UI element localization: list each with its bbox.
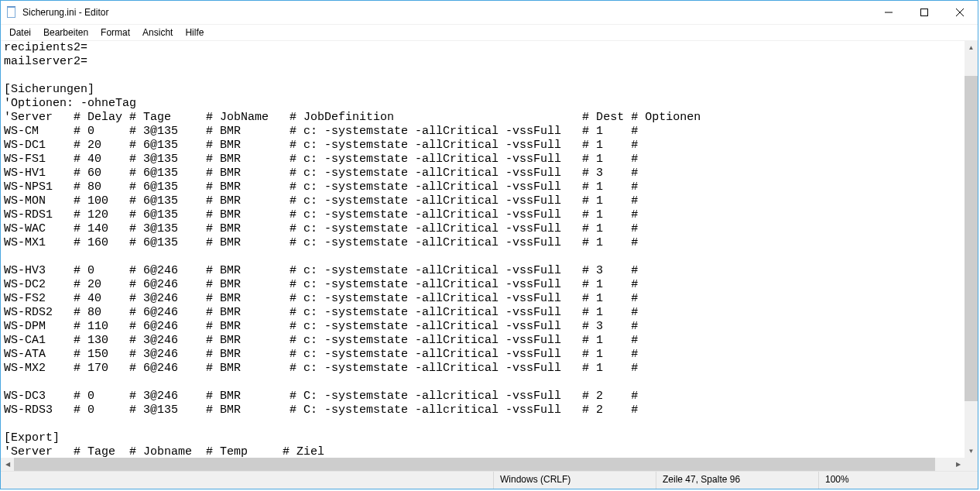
scroll-left-icon[interactable]: ◀ [1, 458, 14, 471]
editor-text[interactable]: recipients2= mailserver2= [Sicherungen] … [4, 41, 961, 458]
menu-ansicht[interactable]: Ansicht [137, 26, 178, 39]
scroll-down-icon[interactable]: ▼ [965, 445, 978, 458]
status-position: Zeile 47, Spalte 96 [656, 472, 818, 489]
status-spacer [1, 472, 493, 489]
horizontal-scrollbar[interactable]: ◀ ▶ [1, 458, 965, 471]
status-zoom: 100% [818, 472, 978, 489]
window-controls [871, 1, 978, 24]
close-button[interactable] [942, 1, 978, 24]
editor-area: recipients2= mailserver2= [Sicherungen] … [1, 41, 978, 471]
vertical-scroll-thumb[interactable] [965, 76, 978, 401]
vertical-scrollbar[interactable]: ▲ ▼ [965, 41, 978, 458]
scroll-right-icon[interactable]: ▶ [951, 458, 965, 471]
scroll-corner [965, 458, 978, 471]
window-title: Sicherung.ini - Editor [22, 7, 108, 18]
menu-bearbeiten[interactable]: Bearbeiten [38, 26, 94, 39]
maximize-button[interactable] [906, 1, 942, 24]
scroll-up-icon[interactable]: ▲ [965, 41, 978, 54]
app-window: Sicherung.ini - Editor Datei Bearbeiten … [0, 0, 978, 489]
menu-datei[interactable]: Datei [4, 26, 36, 39]
menu-hilfe[interactable]: Hilfe [180, 26, 209, 39]
svg-rect-1 [921, 9, 928, 16]
menu-bar: Datei Bearbeiten Format Ansicht Hilfe [1, 25, 978, 41]
minimize-button[interactable] [871, 1, 906, 24]
menu-format[interactable]: Format [95, 26, 135, 39]
horizontal-scroll-thumb[interactable] [14, 458, 935, 471]
title-bar: Sicherung.ini - Editor [1, 1, 978, 25]
notepad-icon [5, 6, 18, 19]
status-bar: Windows (CRLF) Zeile 47, Spalte 96 100% [1, 471, 978, 489]
status-encoding: Windows (CRLF) [493, 472, 656, 489]
